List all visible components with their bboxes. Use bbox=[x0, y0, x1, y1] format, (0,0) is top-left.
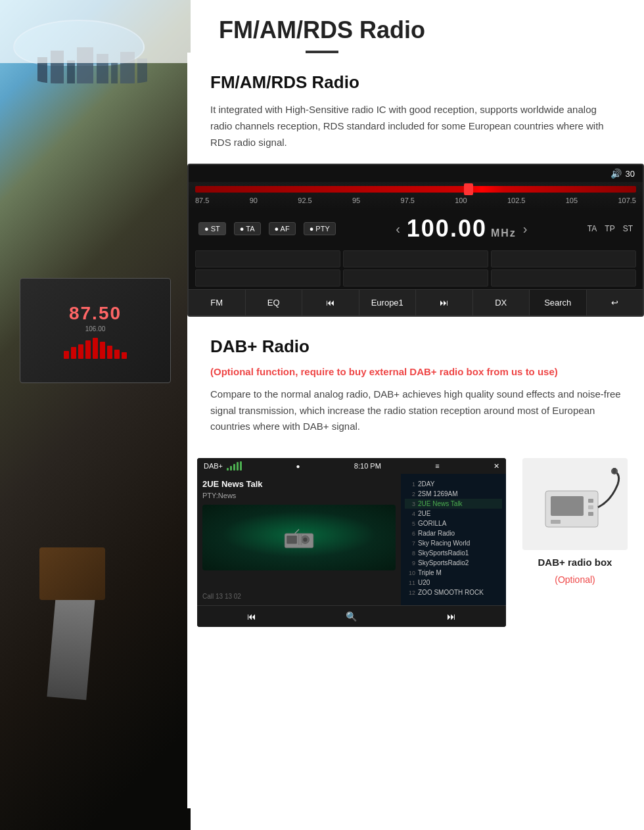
signal-bar-3 bbox=[233, 464, 235, 471]
radio-top-bar: 🔊 30 bbox=[189, 165, 643, 182]
europe1-button[interactable]: Europe1 bbox=[359, 290, 417, 315]
channel-item-3[interactable]: 3 2UE News Talk bbox=[405, 499, 502, 509]
freq-value: 100.00 bbox=[407, 215, 487, 242]
svg-rect-17 bbox=[588, 499, 593, 503]
ta-label: TA bbox=[587, 224, 597, 233]
svg-rect-20 bbox=[551, 520, 561, 524]
dab-dot-icon: ● bbox=[296, 463, 300, 470]
channel-item-8[interactable]: 8 SkySportsRadio1 bbox=[405, 548, 502, 558]
dab-signal-bars bbox=[227, 461, 242, 471]
svg-rect-18 bbox=[588, 505, 593, 509]
preset-3[interactable] bbox=[491, 250, 636, 267]
right-panel: FM/AM/RDS Radio It integrated with High-… bbox=[187, 53, 644, 808]
dab-search-button[interactable]: 🔍 bbox=[346, 611, 357, 622]
channel-item-4[interactable]: 4 2UE bbox=[405, 509, 502, 519]
preset-5[interactable] bbox=[343, 269, 488, 287]
signal-bar-1 bbox=[227, 468, 229, 471]
dab-visual bbox=[202, 505, 396, 570]
dab-prev-button[interactable]: ⏮ bbox=[247, 611, 256, 622]
car-background: 87.50 106.00 bbox=[0, 0, 191, 830]
freq-labels: 87.5 90 92.5 95 97.5 100 102.5 105 107.5 bbox=[195, 195, 636, 206]
channel-item-5[interactable]: 5 GORILLA bbox=[405, 519, 502, 528]
af-button[interactable]: ● AF bbox=[269, 222, 296, 235]
dab-box-panel: DAB+ radio box (Optional) bbox=[516, 458, 634, 585]
svg-rect-13 bbox=[301, 534, 302, 545]
preset-rows bbox=[189, 248, 643, 289]
channel-item-6[interactable]: 6 Radar Radio bbox=[405, 528, 502, 538]
channel-item-1[interactable]: 1 2DAY bbox=[405, 479, 502, 489]
preset-row-2 bbox=[195, 269, 636, 287]
channel-item-11[interactable]: 11 U20 bbox=[405, 578, 502, 588]
freq-display: 100.00 MHz bbox=[407, 215, 517, 242]
dab-pty: PTY:News bbox=[202, 492, 396, 499]
title-underline bbox=[306, 51, 338, 53]
freq-prev-button[interactable]: ‹ bbox=[396, 221, 400, 237]
preset-1[interactable] bbox=[195, 250, 340, 267]
channel-item-12[interactable]: 12 ZOO SMOOTH ROCK bbox=[405, 588, 502, 597]
preset-row-1 bbox=[195, 250, 636, 267]
radio-icon bbox=[283, 524, 315, 551]
volume-value: 30 bbox=[626, 169, 635, 179]
svg-rect-19 bbox=[588, 512, 593, 516]
preset-4[interactable] bbox=[195, 269, 340, 287]
freq-slider-area: 87.5 90 92.5 95 97.5 100 102.5 105 107.5 bbox=[189, 182, 643, 210]
dab-box-svg bbox=[526, 465, 624, 543]
fm-section: FM/AM/RDS Radio It integrated with High-… bbox=[187, 53, 644, 164]
dab-left-panel: 2UE News Talk PTY:News bbox=[197, 474, 401, 605]
dab-close-icon[interactable]: ✕ bbox=[494, 462, 499, 471]
signal-bar-5 bbox=[240, 461, 242, 471]
radio-buttons-left: ● ST ● TA ● AF ● PTY bbox=[198, 222, 336, 235]
dab-header-left: DAB+ bbox=[204, 461, 242, 471]
search-button[interactable]: Search bbox=[530, 290, 587, 315]
tp-label: TP bbox=[605, 224, 614, 233]
channel-item-2[interactable]: 2 2SM 1269AM bbox=[405, 489, 502, 499]
st-label: ST bbox=[623, 224, 633, 233]
fm-button[interactable]: FM bbox=[189, 290, 246, 315]
page-title: FM/AM/RDS Radio bbox=[13, 16, 631, 44]
dab-next-button[interactable]: ⏭ bbox=[447, 611, 456, 622]
svg-rect-5 bbox=[111, 62, 118, 83]
dab-header-bar: DAB+ ● 8:10 PM ≡ ✕ bbox=[197, 458, 506, 474]
back-button[interactable]: ↩ bbox=[587, 290, 643, 315]
page-layout: 87.50 106.00 FM/AM/RDS Radio FM/ bbox=[0, 0, 644, 830]
st-button[interactable]: ● ST bbox=[198, 222, 226, 235]
svg-rect-22 bbox=[613, 468, 616, 473]
dab-body: 2UE News Talk PTY:News bbox=[197, 474, 506, 605]
freq-track[interactable] bbox=[195, 186, 636, 193]
freq-thumb bbox=[464, 183, 473, 195]
pty-button[interactable]: ● PTY bbox=[304, 222, 336, 235]
radio-buttons-right: TA TP ST bbox=[587, 224, 633, 233]
dab-label: DAB+ bbox=[204, 462, 223, 470]
dab-section-title: DAB+ Radio bbox=[210, 336, 621, 357]
eq-button[interactable]: EQ bbox=[246, 290, 303, 315]
ta-button[interactable]: ● TA bbox=[234, 222, 261, 235]
fm-section-desc: It integrated with High-Sensitive radio … bbox=[210, 102, 621, 150]
svg-rect-16 bbox=[551, 496, 584, 516]
dab-box-optional: (Optional) bbox=[555, 574, 595, 585]
dab-channel-list: 1 2DAY 2 2SM 1269AM 3 2UE News Talk bbox=[405, 479, 502, 597]
radio-toolbar: FM EQ ⏮ Europe1 ⏭ DX Search ↩ bbox=[189, 289, 643, 315]
channel-item-7[interactable]: 7 Sky Racing World bbox=[405, 538, 502, 548]
signal-bar-2 bbox=[230, 466, 232, 471]
car-freq-display: 87.50 bbox=[69, 303, 122, 324]
dab-channel-list-panel: 1 2DAY 2 2SM 1269AM 3 2UE News Talk bbox=[401, 474, 506, 605]
fm-section-title: FM/AM/RDS Radio bbox=[210, 72, 621, 93]
svg-line-14 bbox=[295, 530, 299, 534]
radio-ui-screenshot: 🔊 30 87.5 90 92.5 95 97.5 100 102.5 105 … bbox=[187, 164, 644, 317]
dab-section-desc: Compare to the normal analog radio, DAB+… bbox=[210, 386, 621, 435]
svg-rect-2 bbox=[67, 60, 75, 83]
radio-controls-row: ● ST ● TA ● AF ● PTY ‹ 100.00 MHz › TA T… bbox=[189, 210, 643, 248]
signal-bar-4 bbox=[237, 462, 239, 471]
freq-next-button[interactable]: › bbox=[523, 221, 528, 237]
channel-item-10[interactable]: 10 Triple M bbox=[405, 568, 502, 578]
next-button[interactable]: ⏭ bbox=[416, 290, 473, 315]
car-radio-device: 87.50 106.00 bbox=[20, 278, 171, 383]
dx-button[interactable]: DX bbox=[473, 290, 530, 315]
preset-6[interactable] bbox=[491, 269, 636, 287]
freq-unit: MHz bbox=[491, 227, 517, 239]
dab-optional-text: (Optional function, require to buy exter… bbox=[210, 365, 621, 380]
dab-footer: Call 13 13 02 bbox=[202, 593, 241, 600]
prev-button[interactable]: ⏮ bbox=[302, 290, 359, 315]
preset-2[interactable] bbox=[343, 250, 488, 267]
channel-item-9[interactable]: 9 SkySportsRadio2 bbox=[405, 558, 502, 568]
